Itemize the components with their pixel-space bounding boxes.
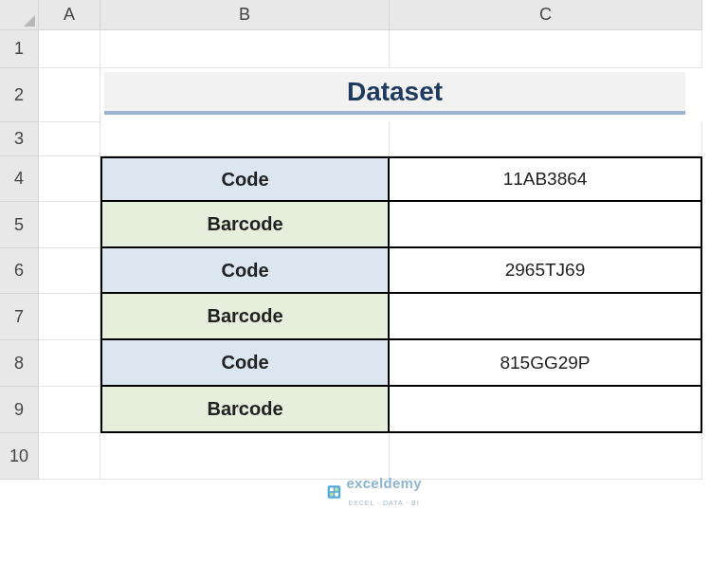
value-code-1[interactable]: 11AB3864 [390, 156, 702, 202]
row-header-2[interactable]: 2 [0, 68, 39, 122]
label-code-2[interactable]: Code [100, 248, 390, 294]
col-header-b[interactable]: B [100, 0, 390, 30]
label-barcode-3[interactable]: Barcode [100, 387, 390, 433]
label-barcode-2[interactable]: Barcode [100, 294, 390, 340]
select-all-corner[interactable] [0, 0, 39, 30]
cell-b10[interactable] [100, 433, 390, 480]
svg-rect-1 [330, 488, 334, 492]
svg-rect-2 [335, 488, 338, 492]
cell-a2[interactable] [39, 68, 100, 122]
cell-a9[interactable] [39, 387, 100, 433]
watermark: exceldemy EXCEL · DATA · BI [325, 475, 421, 509]
row-header-1[interactable]: 1 [0, 30, 39, 68]
dataset-title: Dataset [104, 72, 685, 115]
svg-rect-3 [330, 493, 334, 497]
value-barcode-3[interactable] [390, 387, 702, 433]
label-code-1[interactable]: Code [100, 156, 390, 202]
watermark-brand: exceldemy [346, 475, 421, 491]
cell-a7[interactable] [39, 294, 100, 340]
cell-c3[interactable] [390, 122, 702, 156]
row-header-6[interactable]: 6 [0, 248, 39, 294]
svg-rect-4 [335, 493, 338, 497]
cell-c10[interactable] [390, 433, 702, 480]
row-header-8[interactable]: 8 [0, 340, 39, 387]
row-header-3[interactable]: 3 [0, 122, 39, 156]
value-barcode-2[interactable] [390, 294, 702, 340]
label-barcode-1[interactable]: Barcode [100, 202, 390, 248]
row-header-10[interactable]: 10 [0, 433, 39, 480]
row-header-5[interactable]: 5 [0, 202, 39, 248]
spreadsheet-grid: A B C 1 2 Dataset 3 4 Code 11AB3864 5 Ba… [0, 0, 728, 518]
value-code-2[interactable]: 2965TJ69 [390, 248, 702, 294]
cell-a4[interactable] [39, 156, 100, 202]
cell-c1[interactable] [390, 30, 702, 68]
svg-rect-0 [328, 485, 341, 499]
cell-a6[interactable] [39, 248, 100, 294]
value-code-3[interactable]: 815GG29P [390, 340, 702, 387]
cell-b3[interactable] [100, 122, 390, 156]
watermark-tagline: EXCEL · DATA · BI [348, 500, 419, 506]
cell-a10[interactable] [39, 433, 100, 480]
row-header-4[interactable]: 4 [0, 156, 39, 202]
value-barcode-1[interactable] [390, 202, 702, 248]
exceldemy-logo-icon [325, 483, 342, 500]
col-header-c[interactable]: C [390, 0, 702, 30]
cell-a8[interactable] [39, 340, 100, 387]
row-header-9[interactable]: 9 [0, 387, 39, 433]
label-code-3[interactable]: Code [100, 340, 390, 387]
cell-a3[interactable] [39, 122, 100, 156]
cell-a5[interactable] [39, 202, 100, 248]
col-header-a[interactable]: A [39, 0, 100, 30]
row-header-7[interactable]: 7 [0, 294, 39, 340]
cell-a1[interactable] [39, 30, 100, 68]
cell-b1[interactable] [100, 30, 390, 68]
